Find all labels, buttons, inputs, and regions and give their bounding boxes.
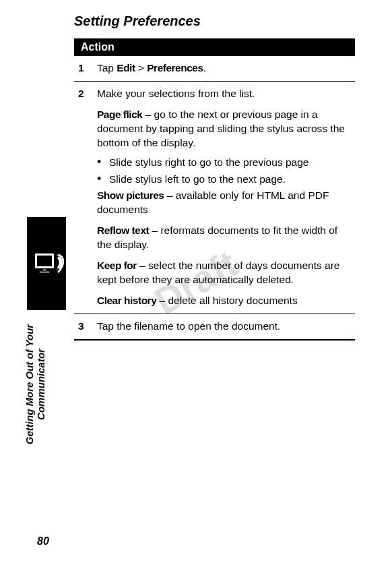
option-label: Reflow text <box>97 225 149 236</box>
step-row-3: 3 Tap the filename to open the document. <box>74 314 355 341</box>
bullet-item: Slide stylus right to go to the previous… <box>97 156 351 170</box>
keepfor-desc: Keep for – select the number of days doc… <box>97 259 351 287</box>
text: Tap <box>97 62 117 73</box>
menu-edit: Edit <box>117 62 135 73</box>
action-table-header: Action <box>74 38 355 56</box>
step-body: Tap Edit > Preferences. <box>97 61 351 76</box>
intro-text: Make your selections from the list. <box>97 87 351 101</box>
option-label: Page flick <box>97 109 142 120</box>
bullet-item: Slide stylus left to go to the next page… <box>97 173 351 187</box>
page-number: 80 <box>37 535 49 547</box>
option-text: – delete all history documents <box>156 295 297 306</box>
step-body: Make your selections from the list. Page… <box>97 87 351 308</box>
step-body: Tap the filename to open the document. <box>97 320 351 334</box>
option-label: Clear history <box>97 295 156 306</box>
pageflick-desc: Page flick – go to the next or previous … <box>97 108 351 150</box>
clearhistory-desc: Clear history – delete all history docum… <box>97 294 351 308</box>
text: . <box>203 62 206 73</box>
step-number: 1 <box>78 61 97 76</box>
showpictures-desc: Show pictures – available only for HTML … <box>97 189 351 217</box>
bullet-list: Slide stylus right to go to the previous… <box>97 156 351 187</box>
section-heading: Setting Preferences <box>74 13 355 29</box>
step-row-2: 2 Make your selections from the list. Pa… <box>74 82 355 314</box>
step-row-1: 1 Tap Edit > Preferences. <box>74 56 355 82</box>
option-label: Show pictures <box>97 189 164 201</box>
side-text-line1: Getting More Out of Your <box>24 324 35 444</box>
text: > <box>135 62 148 73</box>
reflowtext-desc: Reflow text – reformats documents to fit… <box>97 224 351 252</box>
side-text-line2: Communicator <box>35 349 46 420</box>
side-chapter-label: Getting More Out of Your Communicator <box>24 182 47 317</box>
step-number: 2 <box>78 87 97 308</box>
step-number: 3 <box>78 320 97 334</box>
option-label: Keep for <box>97 260 137 271</box>
menu-preferences: Preferences <box>147 62 203 73</box>
